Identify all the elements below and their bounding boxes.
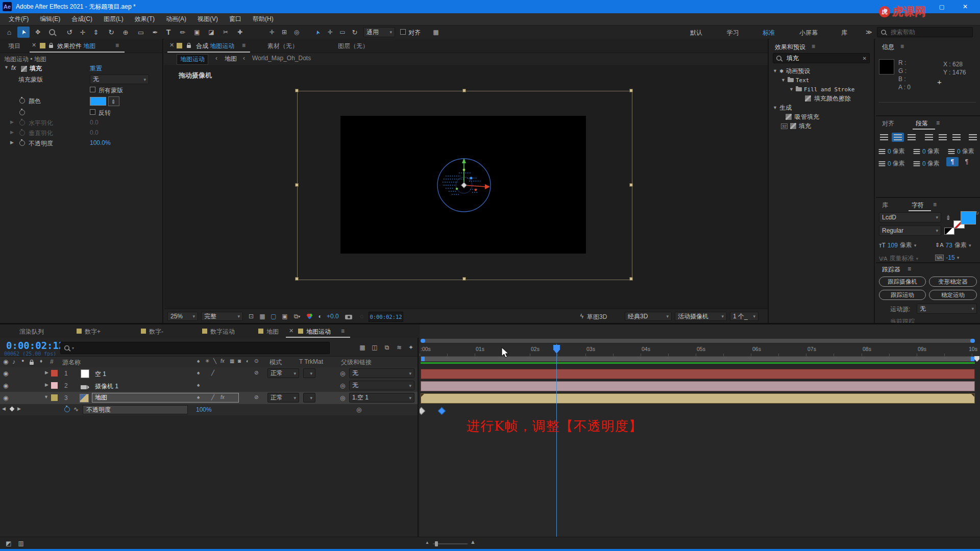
region-of-interest-icon[interactable]: ▣ [280,312,290,321]
first-line-indent-field[interactable]: 0像素 [947,147,974,156]
shape-tool-icon[interactable]: ▭ [135,27,147,38]
puppet-pin-tool-icon[interactable]: ✚ [234,27,246,38]
tab-layer[interactable]: 图层（无） [338,42,369,51]
color-stopwatch-icon[interactable] [19,98,25,104]
layer-label-swatch[interactable] [51,394,58,401]
navigator-start-handle[interactable] [421,339,425,343]
workspace-overflow-icon[interactable]: ≫ [866,29,872,36]
menu-animation[interactable]: 动画(A) [160,15,192,23]
font-size-field[interactable]: тT 109 像素 ▾ [879,241,916,249]
effects-presets-title[interactable]: 效果和预设 [775,43,805,52]
pickwhip-icon[interactable]: ◎ [340,382,345,389]
twirl-icon[interactable]: ▼ [789,87,794,92]
font-family-dropdown[interactable]: LcdD▾ [879,212,941,222]
exposure-icon[interactable]: ◐ [315,312,325,321]
timeline-zoom-slider[interactable] [433,543,468,544]
shy-icon[interactable]: ♠ [197,394,200,400]
layer-name[interactable]: 摄像机 1 [95,382,118,391]
panel-menu-icon[interactable]: ≡ [341,328,345,335]
world-axis-mode-icon[interactable]: ⊞ [279,27,290,38]
tab-comp-map[interactable]: 地图 [266,328,279,336]
panel-menu-icon[interactable]: ≡ [242,42,246,49]
home-icon[interactable]: ⌂ [3,27,15,38]
opacity-stopwatch-icon[interactable] [19,140,25,146]
snapshot-camera-icon[interactable] [345,315,352,319]
navigator-end-handle[interactable] [970,339,975,343]
parent-dropdown[interactable]: 无▾ [349,381,414,390]
draft-toggle-icon[interactable]: ◫ [370,343,380,352]
zoom-tool-icon[interactable] [46,27,58,38]
help-search-input[interactable]: 搜索帮助 [877,27,973,37]
tab-comp-map-motion[interactable]: 地图运动 [306,328,331,336]
camera-shutter-icon[interactable]: ⧉ [382,343,392,352]
color-swatch[interactable] [90,97,106,106]
layer-bar-3-selected[interactable] [421,393,975,404]
expander-icon[interactable]: ▼ [44,394,48,399]
kerning-field[interactable]: V⁄A 度量标准 ▾ [879,254,918,263]
tracker-title[interactable]: 跟踪器 [882,265,900,274]
fill-mask-dropdown[interactable]: 无▾ [90,74,149,84]
twirl-icon[interactable]: ▼ [773,68,777,73]
menu-composition[interactable]: 合成(C) [66,15,98,23]
bbox-handle[interactable] [462,89,466,92]
maximize-button[interactable]: ▢ [930,0,953,13]
parent-dropdown[interactable]: 无▾ [349,368,414,378]
transparency-grid-icon[interactable]: ▦ [257,312,267,321]
hand-tool-icon[interactable]: ✥ [32,27,44,38]
viewport[interactable]: 拖动摄像机 [164,65,768,309]
zoom-slider-handle[interactable] [435,541,438,546]
quality-icon[interactable]: ╱ [211,370,214,375]
renderer-dropdown[interactable]: 经典3D▾ [625,312,672,321]
invert-checkbox[interactable] [90,109,95,115]
clone-stamp-tool-icon[interactable]: ▣ [191,27,203,38]
preset-tree-row[interactable]: ▼ Fill and Stroke [789,85,854,94]
draft-3d-icon[interactable]: ϟ [578,312,586,321]
tab-close-icon[interactable]: ✕ [289,328,293,334]
tab-character[interactable]: 字符 [912,201,924,210]
next-keyframe-icon[interactable]: ▶ [17,406,21,411]
threed-icon[interactable]: ⊘ [254,370,258,375]
panel-menu-icon[interactable]: ≡ [936,119,940,127]
work-area-start-handle[interactable] [421,357,425,361]
camera-frame-icon[interactable]: ▭ [337,27,348,38]
resolution-dropdown[interactable]: 完整▾ [201,312,243,321]
opacity-stopwatch-icon[interactable] [64,407,70,412]
opacity-property-row[interactable]: ◀ ▶ ∿ 不透明度 100% ◎ [0,404,418,415]
space-before-field[interactable]: 0像素 [913,147,940,156]
bbox-handle[interactable] [295,89,299,92]
timeline-navigator[interactable] [421,339,975,343]
warp-stabilizer-button[interactable]: 变形稳定器 [929,277,977,287]
eye-icon[interactable]: ◉ [3,394,8,402]
preset-tree-row[interactable]: ▼ Text [781,76,809,85]
parent-column[interactable]: 父级和链接 [341,358,372,367]
source-name-column[interactable]: 源名称 [62,358,81,367]
shy-icon[interactable]: ♠ [197,370,200,375]
layer-row-3-selected[interactable]: ◉ ▼ 3 地图 ♠ ╱ fx ⊘ 正常▾ ▾ ◎ 1.空 1▾ [0,392,418,405]
menu-window[interactable]: 窗口 [224,15,247,23]
zoom-in-mountain-icon[interactable]: ▲ [470,539,476,545]
layer-row-2[interactable]: ◉ ▶ 2 摄像机 1 ♠ ◎ 无▾ [0,380,418,392]
bbox-handle[interactable] [629,89,633,92]
add-keyframe-icon[interactable] [10,407,15,412]
keyframe-diamond[interactable] [420,407,425,415]
layer-bar-1[interactable] [421,369,975,379]
pan-camera-tool-icon[interactable]: ✛ [77,27,89,38]
text-tool-icon[interactable]: T [162,27,175,38]
fill-color-swatch[interactable] [961,211,976,224]
menu-effect[interactable]: 效果(T) [129,15,160,23]
preset-tree-row[interactable]: 吸管填充 [785,112,819,121]
indent-left-field[interactable]: 0像素 [878,147,905,156]
tab-composition[interactable]: 合成 地图运动 [196,42,234,51]
preset-tree-row[interactable]: ▼ 生成 [773,103,792,112]
panel-menu-icon[interactable]: ≡ [908,265,911,272]
tab-comp-digital-motion[interactable]: 数字运动 [210,328,235,336]
grid-options-icon[interactable]: ▦ [430,27,442,38]
align-center-button[interactable] [892,133,904,142]
justify-last-left-button[interactable] [923,133,935,142]
workspace-small-screen[interactable]: 小屏幕 [799,29,818,37]
keyframe-diamond-selected[interactable] [438,407,446,415]
graph-editor-icon[interactable]: ≋ [394,343,404,352]
character-eyedropper-icon[interactable]: ✎ [944,213,952,221]
twirl-icon[interactable]: ▼ [773,105,777,110]
justify-last-center-button[interactable] [937,133,949,142]
